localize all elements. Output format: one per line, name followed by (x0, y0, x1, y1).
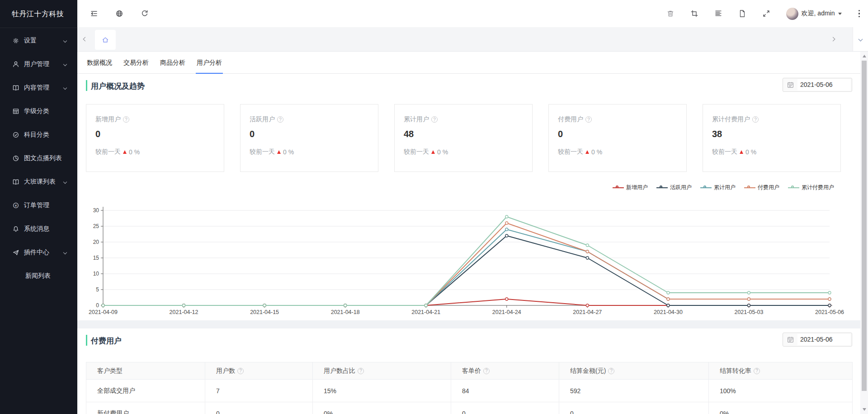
legend-item[interactable]: 累计用户 (700, 184, 736, 191)
date-picker-paid-users[interactable]: 2021-05-06 (783, 333, 852, 347)
stat-card-active-users: 活跃用户? 0 较前一天0 % (240, 104, 378, 172)
home-tab[interactable] (95, 30, 116, 50)
compare-label: 较前一天 (712, 148, 737, 156)
fullscreen-icon[interactable] (762, 10, 770, 18)
crop-icon[interactable] (690, 10, 698, 18)
scroll-up-arrow[interactable] (863, 55, 866, 57)
legend-marker-icon (613, 186, 624, 190)
svg-text:25: 25 (93, 223, 99, 229)
table-row: 全部成交用户 7 15% 84 592 100% (86, 380, 853, 402)
table-row: 新付费用户 0 0% 0 0 0% (86, 402, 853, 414)
legend-label: 累计用户 (714, 184, 736, 191)
app-logo: 牡丹江十方科技 (0, 0, 77, 28)
app-window: 牡丹江十方科技 设置 用户管理 (0, 0, 868, 414)
collapse-tags-button[interactable] (853, 27, 868, 51)
tab-product-analysis[interactable]: 商品分析 (159, 52, 186, 74)
sidebar-item-subject-category[interactable]: 科目分类 (0, 123, 77, 147)
sidebar-item-system-messages[interactable]: 系统消息 (0, 217, 77, 241)
help-icon[interactable]: ? (431, 116, 438, 123)
column-header: 结算金额(元) (570, 367, 606, 375)
sidebar-item-label: 订单管理 (24, 201, 49, 209)
triangle-up-icon (277, 150, 281, 154)
delta-value: 0 % (283, 148, 294, 156)
sidebar-item-order-management[interactable]: ¥ 订单管理 (0, 194, 77, 217)
cell-avg-price: 84 (451, 380, 559, 402)
chevron-down-icon (63, 180, 67, 184)
svg-text:2021-04-21: 2021-04-21 (411, 309, 440, 315)
legend-item[interactable]: 新增用户 (613, 184, 648, 191)
trash-icon[interactable] (666, 10, 675, 18)
refresh-icon[interactable] (141, 10, 149, 18)
legend-label: 付费用户 (758, 184, 779, 191)
sidebar-item-label: 科目分类 (24, 131, 49, 139)
align-left-icon[interactable] (714, 10, 722, 18)
sidebar-item-settings[interactable]: 设置 (0, 29, 77, 52)
tab-data-overview[interactable]: 数据概况 (86, 52, 113, 74)
scrollbar-thumb[interactable] (862, 61, 867, 391)
help-icon[interactable]: ? (585, 116, 592, 123)
tab-trade-analysis[interactable]: 交易分析 (123, 52, 150, 74)
help-icon[interactable]: ? (277, 116, 283, 123)
legend-item[interactable]: 活跃用户 (656, 184, 692, 191)
section-title-paid-users: 付费用户 (91, 336, 122, 346)
chevron-down-icon (859, 37, 863, 42)
legend-marker-icon (788, 186, 799, 190)
section-accent-bar (86, 335, 87, 346)
collapse-sidebar-icon[interactable] (90, 10, 98, 18)
triangle-up-icon (585, 150, 589, 154)
help-icon[interactable]: ? (608, 368, 614, 374)
date-value[interactable]: 2021-05-06 (797, 79, 850, 90)
legend-item[interactable]: 付费用户 (744, 184, 779, 191)
user-trend-chart: 0510152025302021-04-092021-04-122021-04-… (86, 204, 854, 317)
stat-card-paying-users: 付费用户? 0 较前一天0 % (548, 104, 687, 172)
calendar-icon (787, 336, 794, 343)
cell-user-count: 7 (205, 380, 313, 402)
chevron-right-icon[interactable] (831, 37, 835, 42)
card-label: 新增用户 (95, 115, 121, 124)
chevron-left-icon[interactable] (83, 37, 88, 42)
help-icon[interactable]: ? (358, 368, 364, 374)
cell-user-ratio: 0% (313, 402, 451, 414)
svg-text:15: 15 (93, 255, 99, 261)
sidebar-item-grade-category[interactable]: 学级分类 (0, 100, 77, 123)
date-picker-overview[interactable]: 2021-05-06 (783, 78, 852, 92)
avatar (786, 8, 798, 20)
sidebar-item-user-management[interactable]: 用户管理 (0, 52, 77, 76)
pie-icon (12, 155, 19, 162)
welcome-text: 欢迎, admin (802, 10, 835, 18)
help-icon[interactable]: ? (483, 368, 490, 374)
sidebar-item-media-list[interactable]: 图文点播列表 (0, 147, 77, 170)
date-value[interactable]: 2021-05-06 (797, 334, 850, 345)
globe-icon[interactable] (115, 10, 123, 18)
bell-icon (12, 225, 19, 233)
card-value: 38 (712, 129, 722, 139)
sidebar-item-label: 插件中心 (24, 248, 49, 257)
user-menu[interactable]: 欢迎, admin (786, 8, 842, 20)
help-icon[interactable]: ? (123, 116, 129, 123)
sidebar-item-label: 设置 (24, 37, 37, 45)
sidebar-item-class-list[interactable]: 大班课列表 (0, 170, 77, 194)
cell-user-ratio: 15% (313, 380, 451, 402)
help-icon[interactable]: ? (237, 368, 244, 374)
help-icon[interactable]: ? (752, 116, 759, 123)
document-icon[interactable] (738, 10, 746, 18)
book-icon (12, 178, 19, 186)
stat-card-new-users: 新增用户? 0 较前一天0 % (86, 104, 224, 172)
triangle-up-icon (740, 150, 743, 154)
svg-text:¥: ¥ (14, 204, 17, 208)
sidebar-item-content-management[interactable]: 内容管理 (0, 76, 77, 100)
tab-user-analysis[interactable]: 用户分析 (196, 52, 223, 74)
compare-label: 较前一天 (250, 148, 275, 156)
legend-marker-icon (700, 186, 712, 190)
compare-label: 较前一天 (558, 148, 583, 156)
kebab-menu-icon[interactable] (858, 9, 861, 19)
sidebar-item-plugin-center[interactable]: 插件中心 (0, 241, 77, 264)
sidebar-item-news-list[interactable]: 新闻列表 (0, 264, 77, 288)
help-icon[interactable]: ? (754, 368, 760, 374)
cell-settle-amount: 0 (559, 402, 709, 414)
legend-item[interactable]: 累计付费用户 (788, 184, 834, 191)
scroll-down-arrow[interactable] (863, 408, 866, 411)
svg-text:20: 20 (93, 239, 99, 245)
vertical-scrollbar[interactable] (860, 52, 868, 414)
delta-value: 0 % (437, 148, 448, 156)
